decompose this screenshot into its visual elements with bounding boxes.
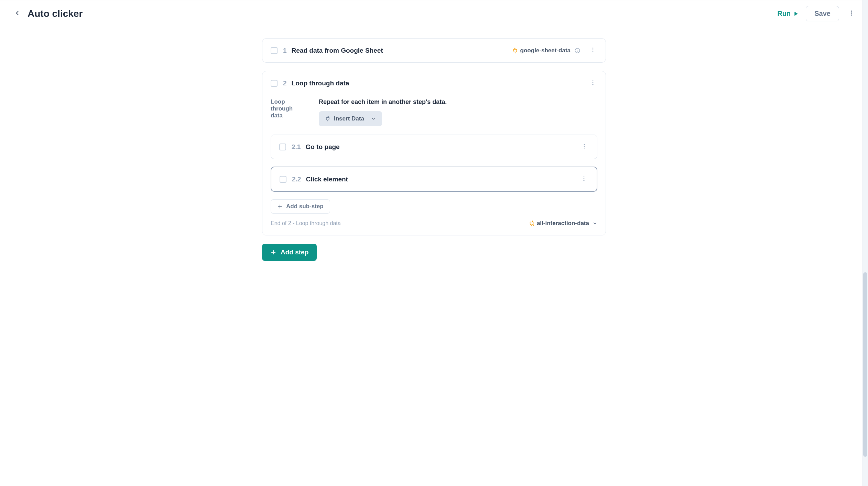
substep-title: Click element (306, 176, 571, 183)
substep-card-2-1[interactable]: 2.1 Go to page (271, 135, 597, 159)
substep-header: 2.2 Click element (271, 167, 597, 191)
step-checkbox[interactable] (271, 47, 278, 54)
insert-data-button[interactable]: Insert Data (319, 111, 382, 126)
step-title: Read data from Google Sheet (292, 47, 512, 54)
svg-point-16 (584, 176, 585, 177)
chevron-left-icon (14, 10, 21, 17)
page-title: Auto clicker (28, 8, 777, 19)
config-description: Repeat for each item in another step's d… (319, 98, 597, 106)
svg-point-7 (593, 47, 594, 49)
step-number: 2 (283, 80, 287, 87)
step-more-button[interactable] (588, 45, 597, 55)
substep-more-button[interactable] (580, 142, 589, 152)
plug-outline-icon (325, 116, 330, 122)
substep-number: 2.1 (292, 143, 301, 151)
svg-point-2 (851, 12, 852, 13)
more-vertical-icon (590, 47, 596, 53)
substep-checkbox[interactable] (279, 144, 286, 150)
plus-icon (277, 204, 283, 209)
info-icon (575, 48, 580, 53)
substep-header: 2.1 Go to page (271, 135, 597, 159)
svg-point-1 (851, 11, 852, 12)
plus-icon (270, 249, 276, 255)
more-vertical-icon (581, 176, 587, 182)
add-step-button[interactable]: Add step (262, 244, 317, 261)
plug-plus-icon (529, 220, 535, 226)
svg-point-14 (584, 146, 585, 147)
svg-point-10 (593, 80, 594, 81)
step-body: Loop through data Repeat for each item i… (262, 95, 606, 235)
more-vertical-icon (590, 80, 596, 86)
svg-point-11 (593, 82, 594, 83)
svg-point-17 (584, 178, 585, 179)
substep-number: 2.2 (292, 176, 301, 183)
more-vertical-icon (848, 10, 855, 17)
content: 1 Read data from Google Sheet google-she… (262, 27, 606, 272)
svg-point-15 (584, 148, 585, 149)
header-more-button[interactable] (846, 8, 857, 20)
back-button[interactable] (11, 7, 23, 21)
svg-point-18 (584, 180, 585, 181)
more-vertical-icon (581, 143, 587, 149)
step-header: 1 Read data from Google Sheet google-she… (262, 39, 606, 62)
header: Auto clicker Run Save (0, 0, 868, 27)
footer-output-tag[interactable]: all-interaction-data (529, 220, 597, 227)
svg-point-3 (851, 14, 852, 15)
svg-point-13 (584, 144, 585, 145)
svg-marker-0 (795, 12, 798, 16)
plug-icon (512, 47, 518, 54)
step-footer: End of 2 - Loop through data all-interac… (271, 220, 597, 227)
chevron-down-icon (593, 221, 597, 226)
add-step-label: Add step (281, 249, 308, 256)
add-substep-label: Add sub-step (286, 203, 324, 210)
substep-card-2-2[interactable]: 2.2 Click element (271, 167, 597, 192)
step-output-tag[interactable]: google-sheet-data (512, 47, 580, 54)
substep-checkbox[interactable] (280, 176, 286, 183)
run-button[interactable]: Run (777, 10, 799, 18)
play-icon (793, 11, 799, 17)
scrollbar-track[interactable] (862, 0, 868, 272)
chevron-down-icon (371, 116, 376, 121)
step-title: Loop through data (292, 80, 580, 87)
step-card-1[interactable]: 1 Read data from Google Sheet google-she… (262, 38, 606, 63)
config-row: Loop through data Repeat for each item i… (271, 95, 597, 135)
substep-more-button[interactable] (579, 174, 588, 184)
end-of-loop-label: End of 2 - Loop through data (271, 220, 341, 226)
run-label: Run (777, 10, 791, 18)
save-button[interactable]: Save (806, 6, 839, 21)
step-number: 1 (283, 47, 287, 54)
insert-data-label: Insert Data (334, 115, 364, 122)
step-checkbox[interactable] (271, 80, 278, 87)
svg-point-9 (593, 51, 594, 52)
step-header: 2 Loop through data (262, 71, 606, 95)
substep-title: Go to page (305, 143, 572, 151)
config-label: Loop through data (271, 98, 305, 126)
config-content: Repeat for each item in another step's d… (319, 98, 597, 126)
svg-point-8 (593, 50, 594, 51)
svg-point-12 (593, 84, 594, 85)
step-card-2[interactable]: 2 Loop through data Loop through data Re… (262, 71, 606, 235)
step-more-button[interactable] (588, 78, 597, 88)
header-actions: Run Save (777, 6, 857, 21)
step-tag-label: google-sheet-data (520, 47, 571, 54)
footer-tag-label: all-interaction-data (537, 220, 589, 227)
add-substep-button[interactable]: Add sub-step (271, 199, 330, 214)
